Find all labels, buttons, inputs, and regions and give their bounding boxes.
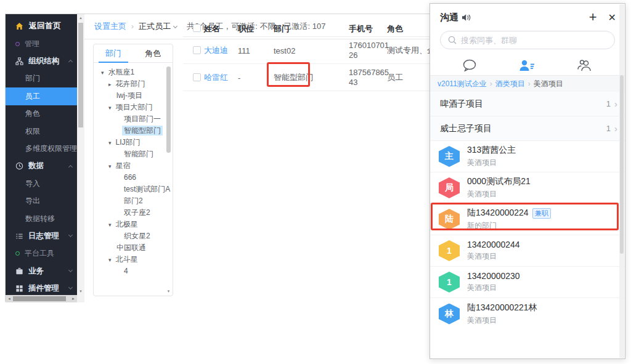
scroll-left-icon[interactable] (7, 297, 11, 301)
contact-name-text: 陆13420000221林 (467, 302, 537, 313)
tree-node-label: 花卉部门 (114, 79, 147, 89)
employee-name-link[interactable]: 大迪迪 (204, 45, 228, 56)
sidebar-item-label: 部门 (25, 73, 40, 84)
project-row[interactable]: 威士忌子项目 1 (430, 116, 625, 141)
tree-node-label: 北极星 (114, 219, 140, 229)
close-button[interactable]: ✕ (608, 12, 616, 23)
sidebar-item-label: 管理 (25, 39, 39, 49)
search-box[interactable] (440, 31, 615, 49)
tree-node[interactable]: 双子座2 (94, 207, 173, 219)
scroll-right-icon[interactable] (71, 297, 75, 301)
tree-node[interactable]: 部门2 (94, 195, 173, 207)
search-input[interactable] (461, 36, 607, 45)
scrollbar-thumb[interactable] (13, 296, 66, 301)
tree-node[interactable]: 星宿 (94, 160, 173, 172)
sidebar-item-home[interactable]: 返回首页 (6, 17, 77, 35)
sidebar-item-label: 导出 (25, 196, 40, 206)
sidebar-item-guanli[interactable]: 管理 (6, 35, 77, 52)
add-button[interactable]: + (589, 11, 597, 23)
tree-node[interactable]: 织女星2 (94, 230, 173, 242)
department-tree-panel: 部门 角色 水瓶座1 花卉部门 lwj-项目 项目大部门 项目部门一 智能型部门… (93, 44, 173, 296)
sidebar-item-org[interactable]: 组织结构 (6, 52, 77, 70)
sidebar-item-duoweidu[interactable]: 多维度权限管理 (6, 140, 77, 157)
employee-dept: 智能型部门 (274, 72, 314, 83)
contact-dept: 美酒项目 (467, 158, 516, 168)
scroll-down-icon[interactable] (77, 289, 84, 293)
group-icon (577, 59, 593, 71)
avatar: 主 (439, 146, 460, 167)
breadcrumb-current[interactable]: 正式员工 (139, 21, 171, 32)
row-checkbox[interactable] (193, 73, 201, 81)
tree-node[interactable]: 项目大部门 (94, 102, 173, 113)
sidebar-item-daochu[interactable]: 导出 (6, 193, 77, 210)
tab-role[interactable]: 角色 (133, 44, 173, 62)
sidebar-vertical-scrollbar[interactable] (77, 14, 84, 295)
tree-node-selected[interactable]: 智能型部门 (94, 125, 173, 137)
sidebar-item-quanxian[interactable]: 权限 (6, 123, 77, 140)
sidebar-item-juese[interactable]: 角色 (6, 105, 77, 123)
sidebar-item-label: 数据 (28, 161, 44, 171)
tab-chats[interactable] (462, 59, 477, 71)
tree-node[interactable]: 4 (94, 265, 173, 277)
tree-node[interactable]: LIJ部门 (94, 137, 173, 148)
phone-line2: 26 (349, 51, 357, 60)
select-all-checkbox[interactable] (193, 24, 201, 32)
tab-contacts-active[interactable] (519, 59, 535, 71)
tree-scrollbar[interactable] (166, 65, 171, 293)
contact-row[interactable]: 1 13420000244 美酒项目 (430, 235, 625, 267)
chevron-down-icon[interactable] (173, 23, 177, 28)
chevron-up-icon (68, 60, 73, 64)
contact-info: 13420000244 美酒项目 (467, 240, 520, 262)
tree-node[interactable]: 666 (94, 172, 173, 184)
tree-node[interactable]: lwj-项目 (94, 90, 173, 102)
communication-panel: 沟通 + ✕ v2011测试企业 › 酒类项目 › 美酒项目 啤酒子项目 1 (429, 3, 625, 359)
search-icon (448, 36, 457, 44)
contact-row[interactable]: 局 0000测试布局21 美酒项目 (430, 172, 625, 204)
contact-row[interactable]: 1 13420000230 美酒项目 (430, 267, 625, 298)
sidebar-item-label: 多维度权限管理 (25, 144, 77, 154)
breadcrumb-company[interactable]: v2011测试企业 (438, 79, 487, 89)
breadcrumb-project[interactable]: 酒类项目 (495, 79, 525, 89)
tree-node[interactable]: 智能部门 (94, 148, 173, 160)
contact-info: 313茜茜公主 美酒项目 (467, 145, 516, 168)
search-area (430, 27, 625, 55)
contact-row[interactable]: 林 陆13420000221林 美酒项目 (430, 298, 625, 330)
sidebar-horizontal-scrollbar[interactable] (6, 295, 77, 302)
sidebar-item-pingtai[interactable]: 平台工具 (6, 245, 77, 262)
employee-name-link[interactable]: 哈雷红 (204, 72, 228, 83)
scrollbar-thumb[interactable] (166, 67, 171, 153)
contact-row-highlighted[interactable]: 陆 陆13420000224兼职 新的部门 (430, 204, 625, 235)
scroll-up-icon[interactable] (77, 16, 84, 20)
sidebar-item-shujuzhuanyi[interactable]: 数据转移 (6, 210, 77, 227)
sidebar-item-bumen[interactable]: 部门 (6, 70, 77, 87)
project-name: 威士忌子项目 (440, 123, 492, 134)
scrollbar-thumb[interactable] (620, 75, 624, 254)
tab-department[interactable]: 部门 (94, 44, 133, 62)
project-row[interactable]: 啤酒子项目 1 (430, 92, 625, 116)
tree-node[interactable]: 项目部门一 (94, 113, 173, 125)
tab-groups[interactable] (577, 59, 593, 71)
sidebar-item-rizhi[interactable]: 日志管理 (6, 227, 77, 245)
panel-scrollbar[interactable] (619, 4, 624, 358)
sidebar-item-daoru[interactable]: 导入 (6, 175, 77, 192)
sidebar-item-yuangong-active[interactable]: 员工 (6, 87, 77, 105)
tree-node-label: 项目大部门 (114, 102, 155, 112)
contact-row[interactable]: 主 313茜茜公主 美酒项目 (430, 141, 625, 172)
sidebar-item-shuju[interactable]: 数据 (6, 158, 77, 175)
sidebar-item-yewu[interactable]: 业务 (6, 262, 77, 280)
scrollbar-thumb[interactable] (78, 23, 83, 127)
tree-node[interactable]: 中国联通 (94, 242, 173, 254)
tree-node-label: test测试部门A (122, 184, 172, 194)
sidebar-item-label: 业务 (28, 266, 44, 277)
row-checkbox[interactable] (193, 46, 201, 54)
tree-tabs: 部门 角色 (94, 44, 173, 63)
avatar-text: 陆 (445, 214, 454, 225)
scroll-down-icon[interactable] (166, 289, 171, 293)
tree-node[interactable]: 北极星 (94, 219, 173, 230)
breadcrumb-home-link[interactable]: 设置主页 (94, 21, 126, 32)
tree-node[interactable]: 北斗星 (94, 254, 173, 265)
tree-node[interactable]: 水瓶座1 (94, 67, 173, 78)
tree-node[interactable]: 花卉部门 (94, 78, 173, 90)
sidebar-item-chajian[interactable]: 插件管理 (6, 280, 77, 295)
tree-node[interactable]: test测试部门A (94, 184, 173, 195)
